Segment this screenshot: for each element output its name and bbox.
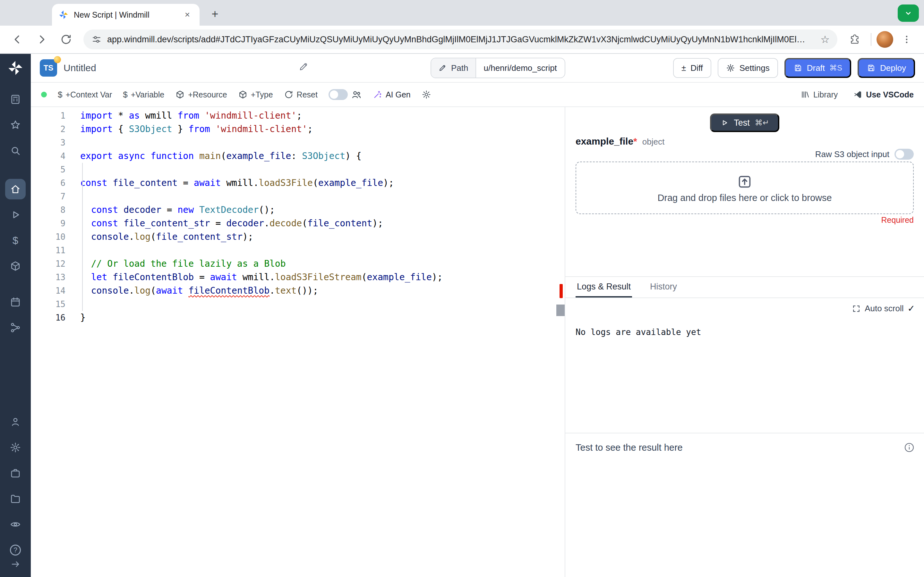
code-line[interactable]: 4export async function main(example_file…	[31, 149, 565, 163]
info-icon[interactable]	[903, 442, 915, 453]
add-type-button[interactable]: +Type	[238, 90, 273, 99]
code-line[interactable]: 14 console.log(await fileContentBlob.tex…	[31, 284, 565, 298]
sidebar-collapse-button[interactable]	[5, 558, 26, 571]
add-variable-button[interactable]: $ +Variable	[123, 90, 164, 100]
code-token: (	[362, 272, 367, 282]
app-sidebar: $	[0, 54, 31, 577]
code-line[interactable]: 6const file_content = await wmill.loadS3…	[31, 176, 565, 190]
sidebar-item-help[interactable]: ?	[5, 544, 26, 556]
forward-button[interactable]	[31, 29, 53, 50]
ai-gen-button[interactable]: AI Gen	[373, 90, 411, 99]
editor-scrollbar[interactable]	[556, 305, 565, 316]
code-token: new	[178, 205, 194, 215]
library-button[interactable]: Library	[800, 90, 838, 99]
code-token	[194, 205, 199, 215]
refresh-icon	[284, 90, 294, 99]
tab-close-icon[interactable]: ×	[182, 9, 193, 21]
settings-button[interactable]: Settings	[718, 58, 778, 78]
tab-title: New Script | Windmill	[74, 10, 176, 19]
reset-button[interactable]: Reset	[284, 90, 318, 99]
code-token: S3Object	[129, 124, 172, 134]
windmill-logo-icon[interactable]	[7, 60, 24, 76]
sidebar-item-variables[interactable]: $	[5, 230, 26, 251]
code-line[interactable]: 2import { S3Object } from 'windmill-clie…	[31, 122, 565, 136]
code-token: console	[91, 231, 129, 242]
reload-button[interactable]	[55, 29, 77, 50]
script-title-input[interactable]: Untitled	[63, 63, 292, 73]
code-token: .	[129, 285, 134, 296]
code-token: from	[178, 110, 199, 121]
path-editor[interactable]: Path u/henri/demo_script	[431, 58, 565, 78]
tab-logs-result[interactable]: Logs & Result	[575, 277, 632, 298]
code-line[interactable]: 11	[31, 243, 565, 257]
browser-tab[interactable]: New Script | Windmill ×	[52, 4, 200, 26]
draft-button[interactable]: Draft ⌘S	[784, 58, 851, 78]
sidebar-item-apps[interactable]	[5, 89, 26, 110]
draft-button-label: Draft	[807, 63, 825, 73]
line-number: 3	[31, 136, 65, 149]
code-line[interactable]: 16}	[31, 311, 565, 324]
code-token	[210, 124, 216, 134]
code-line[interactable]: 15	[31, 298, 565, 311]
save-icon	[793, 63, 803, 73]
url-bar[interactable]: app.windmill.dev/scripts/add#JTdCJTIyaGF…	[83, 29, 837, 49]
sidebar-item-settings[interactable]	[5, 437, 26, 458]
code-line[interactable]: 5	[31, 163, 565, 176]
code-token: (	[150, 285, 156, 296]
sidebar-item-schedules[interactable]	[5, 292, 26, 312]
new-tab-button[interactable]: +	[207, 6, 223, 23]
code-token: }	[80, 312, 86, 323]
deploy-button[interactable]: Deploy	[858, 58, 915, 78]
sidebar-item-favorites[interactable]	[5, 115, 26, 135]
extension-badge[interactable]	[898, 5, 919, 22]
sidebar-item-workers[interactable]	[5, 463, 26, 484]
dollar-icon: $	[123, 90, 128, 100]
use-vscode-button[interactable]: Use VSCode	[853, 90, 914, 99]
tab-history[interactable]: History	[649, 277, 678, 298]
sidebar-item-flows[interactable]	[5, 318, 26, 338]
diff-button[interactable]: ± Diff	[673, 58, 711, 78]
auto-scroll-control[interactable]: Auto scroll ✓	[565, 298, 924, 314]
file-dropzone[interactable]: Drag and drop files here or click to bro…	[575, 161, 914, 214]
extensions-button[interactable]	[844, 29, 866, 50]
code-line-text: export async function main(example_file:…	[80, 149, 362, 163]
code-token: decoder	[124, 205, 162, 215]
raw-s3-toggle[interactable]	[895, 149, 914, 160]
line-number: 1	[31, 109, 65, 122]
code-line[interactable]: 3	[31, 136, 565, 149]
code-line[interactable]: 8 const decoder = new TextDecoder();	[31, 203, 565, 217]
line-number: 7	[31, 190, 65, 203]
path-label-segment[interactable]: Path	[431, 58, 476, 77]
line-number: 10	[31, 230, 65, 243]
code-line[interactable]: 1import * as wmill from 'windmill-client…	[31, 109, 565, 122]
sidebar-item-search[interactable]	[5, 140, 26, 161]
browser-menu-button[interactable]	[896, 29, 918, 50]
code-line[interactable]: 13 let fileContentBlob = await wmill.loa…	[31, 271, 565, 284]
back-button[interactable]	[6, 29, 28, 50]
sidebar-item-home[interactable]	[5, 179, 26, 199]
code-line[interactable]: 12 // Or load the file lazily as a Blob	[31, 257, 565, 271]
sidebar-item-resources[interactable]	[5, 256, 26, 276]
path-value[interactable]: u/henri/demo_script	[476, 63, 565, 73]
add-resource-button[interactable]: +Resource	[175, 90, 227, 99]
site-settings-icon[interactable]	[91, 34, 102, 45]
code-line[interactable]: 7	[31, 190, 565, 203]
sidebar-item-account[interactable]	[5, 412, 26, 432]
sidebar-item-audit[interactable]	[5, 514, 26, 535]
line-number: 6	[31, 176, 65, 190]
profile-avatar[interactable]	[877, 31, 893, 48]
bookmark-star-icon[interactable]: ☆	[817, 33, 834, 45]
code-editor[interactable]: 1import * as wmill from 'windmill-client…	[31, 107, 565, 577]
code-line[interactable]: 10 console.log(file_content_str);	[31, 230, 565, 243]
script-header: TS Untitled Path u/henri/demo_script	[31, 54, 924, 83]
multiplayer-toggle[interactable]	[328, 89, 348, 100]
edit-title-button[interactable]	[298, 61, 309, 74]
code-line[interactable]: 9 const file_content_str = decoder.decod…	[31, 217, 565, 230]
sidebar-item-folders[interactable]	[5, 488, 26, 509]
test-button[interactable]: Test ⌘↵	[710, 113, 779, 132]
sidebar-item-runs[interactable]	[5, 205, 26, 225]
draft-shortcut: ⌘S	[829, 63, 842, 73]
editor-settings-button[interactable]	[422, 90, 431, 99]
add-context-var-button[interactable]: $ +Context Var	[58, 90, 112, 100]
result-section: Test to see the result here	[565, 433, 924, 577]
